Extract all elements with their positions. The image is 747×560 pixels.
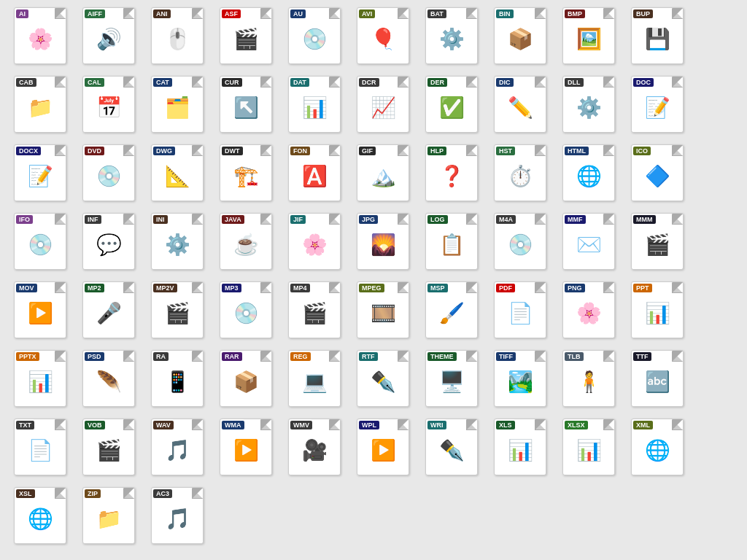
icon-content: ▶️ — [25, 298, 55, 329]
file-icon-vob[interactable]: VOB 🎬 — [76, 419, 142, 484]
file-icon-jif[interactable]: JIF 🌸 — [282, 213, 347, 279]
file-icon-mp4[interactable]: MP4 🎬 — [282, 281, 347, 347]
file-tag: DOCX — [16, 147, 41, 155]
file-icon-rtf[interactable]: RTF ✒️ — [350, 350, 416, 416]
icon-emoji: 🗂️ — [165, 98, 190, 118]
file-page: INF 💬 — [82, 213, 135, 270]
file-icon-dat[interactable]: DAT 📊 — [282, 76, 347, 141]
file-icon-cab[interactable]: CAB 📁 — [7, 76, 73, 141]
file-icon-tiff[interactable]: TIFF 🏞️ — [487, 350, 553, 416]
file-icon-mpeg[interactable]: MPEG 🎞️ — [350, 281, 416, 347]
file-page: BMP 🖼️ — [562, 7, 615, 64]
file-icon-ra[interactable]: RA 📱 — [144, 350, 210, 416]
file-icon-java[interactable]: JAVA ☕ — [213, 213, 279, 279]
file-icon-dcr[interactable]: DCR 📈 — [350, 76, 416, 141]
file-icon-wmv[interactable]: WMV 🎥 — [282, 419, 347, 484]
file-icon-tlb[interactable]: TLB 🧍 — [556, 350, 622, 416]
file-page: BIN 📦 — [494, 7, 546, 64]
file-icon-ifo[interactable]: IFO 💿 — [7, 213, 73, 279]
icon-emoji: 🎬 — [165, 303, 190, 324]
file-page: DAT 📊 — [288, 76, 341, 133]
icon-content: ⏱️ — [505, 161, 535, 192]
file-icon-pptx[interactable]: PPTX 📊 — [7, 350, 73, 416]
file-icon-reg[interactable]: REG 💻 — [282, 350, 347, 416]
file-icon-rar[interactable]: RAR 📦 — [213, 350, 279, 416]
file-icon-ttf[interactable]: TTF 🔤 — [624, 350, 690, 416]
file-icon-psd[interactable]: PSD 🪶 — [76, 350, 142, 416]
file-tag: FON — [290, 147, 310, 155]
file-icon-ai[interactable]: AI 🌸 — [7, 7, 73, 73]
file-icon-asf[interactable]: ASF 🎬 — [213, 7, 279, 73]
file-page: GIF 🏔️ — [357, 144, 409, 201]
file-icon-fon[interactable]: FON 🅰️ — [282, 144, 347, 210]
file-icon-dwt[interactable]: DWT 🏗️ — [213, 144, 279, 210]
file-icon-ppt[interactable]: PPT 📊 — [624, 281, 690, 347]
file-icon-bin[interactable]: BIN 📦 — [487, 7, 553, 73]
file-icon-zip[interactable]: ZIP 📁 — [76, 487, 142, 553]
file-icon-bmp[interactable]: BMP 🖼️ — [556, 7, 622, 73]
file-icon-doc[interactable]: DOC 📝 — [624, 76, 690, 141]
icon-content: 🅰️ — [299, 161, 330, 192]
file-icon-mp3[interactable]: MP3 💿 — [213, 281, 279, 347]
file-icon-dic[interactable]: DIC ✏️ — [487, 76, 553, 141]
icon-content: 📊 — [642, 298, 673, 329]
file-icon-xml[interactable]: XML 🌐 — [624, 419, 690, 484]
file-tag: JIF — [290, 215, 306, 224]
file-icon-theme[interactable]: THEME 🖥️ — [419, 350, 484, 416]
file-icon-xlsx[interactable]: XLSX 📊 — [556, 419, 622, 484]
icon-emoji: 🎥 — [302, 440, 328, 461]
icon-emoji: 💿 — [96, 166, 122, 187]
file-icon-pdf[interactable]: PDF 📄 — [487, 281, 553, 347]
file-icon-gif[interactable]: GIF 🏔️ — [350, 144, 416, 210]
file-icon-xsl[interactable]: XSL 🌐 — [7, 487, 73, 553]
icon-emoji: 📊 — [576, 440, 602, 461]
icon-content: 🔷 — [642, 161, 673, 192]
file-page: HST ⏱️ — [494, 144, 546, 201]
file-icon-bup[interactable]: BUP 💾 — [624, 7, 690, 73]
file-icon-cal[interactable]: CAL 📅 — [76, 76, 142, 141]
file-icon-ini[interactable]: INI ⚙️ — [144, 213, 210, 279]
file-icon-dwg[interactable]: DWG 📐 — [144, 144, 210, 210]
file-icon-wma[interactable]: WMA ▶️ — [213, 419, 279, 484]
file-icon-ani[interactable]: ANI 🖱️ — [144, 7, 210, 73]
file-icon-hlp[interactable]: HLP ❓ — [419, 144, 484, 210]
icon-emoji: ↖️ — [233, 98, 259, 118]
file-icon-inf[interactable]: INF 💬 — [76, 213, 142, 279]
file-icon-ico[interactable]: ICO 🔷 — [624, 144, 690, 210]
file-page: MP3 💿 — [220, 281, 272, 338]
file-icon-dvd[interactable]: DVD 💿 — [76, 144, 142, 210]
file-icon-cat[interactable]: CAT 🗂️ — [144, 76, 210, 141]
file-icon-ac3[interactable]: AC3 🎵 — [144, 487, 210, 553]
file-icon-wri[interactable]: WRI ✒️ — [419, 419, 484, 484]
file-icon-bat[interactable]: BAT ⚙️ — [419, 7, 484, 73]
file-icon-mp2v[interactable]: MP2V 🎬 — [144, 281, 210, 347]
file-icon-mmf[interactable]: MMF ✉️ — [556, 213, 622, 279]
file-icon-msp[interactable]: MSP 🖌️ — [419, 281, 484, 347]
file-page: HLP ❓ — [425, 144, 478, 201]
icon-emoji: ✏️ — [508, 98, 533, 118]
file-icon-avi[interactable]: AVI 🎈 — [350, 7, 416, 73]
file-icon-wav[interactable]: WAV 🎵 — [144, 419, 210, 484]
file-tag: AC3 — [153, 489, 172, 498]
file-icon-der[interactable]: DER ✅ — [419, 76, 484, 141]
file-icon-mmm[interactable]: MMM 🎬 — [624, 213, 690, 279]
file-icon-png[interactable]: PNG 🌸 — [556, 281, 622, 347]
file-icon-m4a[interactable]: M4A 💿 — [487, 213, 553, 279]
file-icon-jpg[interactable]: JPG 🌄 — [350, 213, 416, 279]
file-icon-docx[interactable]: DOCX 📝 — [7, 144, 73, 210]
file-icon-log[interactable]: LOG 📋 — [419, 213, 484, 279]
file-tag: DER — [427, 78, 447, 87]
file-icon-aiff[interactable]: AIFF 🔊 — [76, 7, 142, 73]
file-icon-hst[interactable]: HST ⏱️ — [487, 144, 553, 210]
file-icon-mov[interactable]: MOV ▶️ — [7, 281, 73, 347]
file-icon-cur[interactable]: CUR ↖️ — [213, 76, 279, 141]
file-icon-html[interactable]: HTML 🌐 — [556, 144, 622, 210]
file-tag: XSL — [16, 489, 35, 498]
file-icon-wpl[interactable]: WPL ▶️ — [350, 419, 416, 484]
file-icon-mp2[interactable]: MP2 🎤 — [76, 281, 142, 347]
file-icon-xls[interactable]: XLS 📊 — [487, 419, 553, 484]
file-icon-au[interactable]: AU 💿 — [282, 7, 347, 73]
file-icon-txt[interactable]: TXT 📄 — [7, 419, 73, 484]
file-icon-dll[interactable]: DLL ⚙️ — [556, 76, 622, 141]
file-tag: INI — [153, 215, 168, 224]
